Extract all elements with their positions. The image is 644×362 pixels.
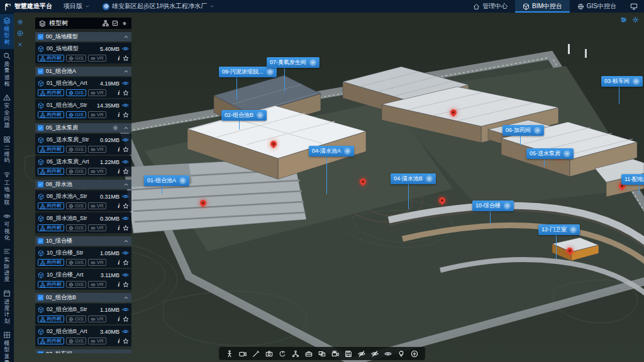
checkbox-checked-icon[interactable]: [38, 34, 43, 40]
visibility-eye-icon[interactable]: [122, 272, 129, 278]
tree-group-header[interactable]: 10_综合楼: [35, 236, 131, 246]
favorite-star-icon[interactable]: [123, 260, 129, 266]
gear-icon[interactable]: [633, 78, 640, 85]
close-icon[interactable]: [17, 41, 23, 48]
favorite-star-icon[interactable]: [123, 316, 129, 322]
save-icon[interactable]: [345, 350, 352, 358]
gis-button[interactable]: GIS: [66, 55, 86, 62]
project-version-dropdown[interactable]: 项目版: [57, 0, 96, 13]
building-label[interactable]: 04-清水池B: [391, 173, 436, 184]
sidebar-item-二维码[interactable]: 二维码: [0, 133, 14, 168]
component-tree-button[interactable]: 构件树: [38, 224, 64, 231]
visibility-eye-icon[interactable]: [122, 193, 129, 200]
chevron-up-icon[interactable]: [123, 295, 129, 300]
gear-icon[interactable]: [534, 127, 541, 134]
tree-item[interactable]: 10_综合楼_Str1.05MB构件树GISVRi: [35, 247, 131, 268]
gis-button[interactable]: GIS: [66, 315, 86, 322]
gear-icon[interactable]: [267, 69, 274, 75]
settings-icon[interactable]: [17, 19, 23, 25]
info-icon[interactable]: i: [116, 203, 121, 209]
sidebar-item-质量巡检[interactable]: 质量巡检: [0, 49, 14, 90]
checkbox-checked-icon[interactable]: [38, 69, 43, 74]
addc-icon[interactable]: [411, 350, 418, 358]
chevron-up-icon[interactable]: [123, 125, 129, 131]
gis-button[interactable]: GIS: [66, 202, 86, 209]
tree-item[interactable]: 02_组合池B_Str1.16MB构件树GISVRi: [35, 304, 131, 324]
component-tree-button[interactable]: 构件树: [38, 111, 64, 118]
component-tree-button[interactable]: 构件树: [38, 55, 64, 62]
gis-button[interactable]: GIS: [66, 111, 86, 118]
gear-icon[interactable]: [179, 177, 186, 184]
info-icon[interactable]: i: [116, 338, 121, 344]
nav-item-管理中心[interactable]: 管理中心: [465, 0, 515, 13]
tree-group-header[interactable]: 01_组合池A: [35, 67, 131, 76]
favorite-star-icon[interactable]: [123, 225, 129, 231]
component-tree-button[interactable]: 构件树: [38, 337, 64, 344]
tree-group-header[interactable]: 00_场地模型: [35, 32, 131, 41]
favorite-star-icon[interactable]: [123, 203, 129, 209]
favorite-star-icon[interactable]: [123, 55, 129, 62]
component-tree-button[interactable]: 构件树: [38, 168, 64, 175]
favorite-star-icon[interactable]: [123, 168, 129, 175]
building-label[interactable]: 01-组合池A: [144, 175, 189, 186]
snapshot-icon[interactable]: [265, 350, 273, 358]
tree-item[interactable]: 10_综合楼_Art3.11MB构件树GISVRi: [35, 269, 131, 290]
visibility-eye-icon[interactable]: [122, 328, 129, 335]
screens-icon[interactable]: [318, 350, 326, 358]
favorite-star-icon[interactable]: [123, 90, 129, 96]
building-label[interactable]: 03-鼓车间: [601, 76, 643, 87]
sidebar-item-模型树[interactable]: 模型树: [0, 14, 14, 49]
add-icon[interactable]: [17, 30, 23, 36]
checkbox-checked-icon[interactable]: [38, 295, 43, 300]
vr-button[interactable]: VR: [88, 168, 106, 175]
nodes-icon[interactable]: [292, 350, 299, 358]
tree-group-header[interactable]: 05_送水泵房: [35, 123, 131, 133]
filmcam-icon[interactable]: [331, 350, 339, 358]
tree-item[interactable]: 01_组合池A_Str14.35MB构件树GISVRi: [35, 99, 131, 120]
building-label[interactable]: 12-门卫室: [538, 224, 580, 235]
tree-item[interactable]: 05_送水泵房_Str0.92MB构件树GISVRi: [35, 134, 131, 155]
gis-button[interactable]: GIS: [66, 168, 86, 175]
favorite-star-icon[interactable]: [123, 146, 129, 153]
vr-button[interactable]: VR: [88, 202, 106, 209]
info-icon[interactable]: i: [116, 316, 121, 322]
project-selector-dropdown[interactable]: 雄安新区起步区1#供水工程净水厂: [96, 0, 221, 13]
vr-button[interactable]: VR: [88, 337, 106, 344]
tree-item[interactable]: 00_场地模型5.40MB构件树GISVRi: [35, 43, 131, 63]
sidebar-item-工地物联[interactable]: 工地物联: [0, 168, 14, 209]
info-icon[interactable]: i: [116, 90, 121, 96]
info-icon[interactable]: i: [116, 168, 121, 175]
sitemap-icon[interactable]: [103, 20, 109, 26]
sidebar-item-模型算量[interactable]: 模型算量: [0, 328, 14, 362]
chevron-up-icon[interactable]: [123, 238, 129, 244]
vr-button[interactable]: VR: [88, 89, 106, 96]
building-label[interactable]: 04-清水池A: [309, 146, 354, 156]
chevron-up-icon[interactable]: [123, 351, 129, 353]
building-label[interactable]: 06-加药间: [502, 125, 544, 136]
info-icon[interactable]: i: [116, 146, 121, 153]
sidebar-item-进度计划[interactable]: 进度计划: [0, 287, 14, 328]
component-tree-button[interactable]: 构件树: [38, 281, 64, 288]
checkbox-checked-icon[interactable]: [38, 182, 43, 187]
eyeoff-icon[interactable]: [358, 350, 365, 358]
chevron-up-icon[interactable]: [123, 182, 129, 187]
chevron-up-icon[interactable]: [123, 69, 129, 74]
building-label[interactable]: 10-综合楼: [472, 200, 514, 211]
favorite-star-icon[interactable]: [123, 112, 129, 118]
walk-icon[interactable]: [226, 350, 233, 358]
visibility-eye-icon[interactable]: [122, 80, 129, 87]
component-tree-button[interactable]: 构件树: [38, 202, 64, 209]
scene-settings-icon[interactable]: [632, 16, 639, 23]
building-label[interactable]: 11-配电间: [621, 174, 644, 185]
tree-item[interactable]: 08_排水池B_Str0.30MB构件树GISVRi: [35, 212, 131, 233]
gear-icon[interactable]: [570, 226, 577, 233]
chevron-up-icon[interactable]: [123, 34, 129, 40]
checkbox-checked-icon[interactable]: [38, 238, 43, 244]
toolbox-icon[interactable]: [305, 350, 313, 358]
component-tree-button[interactable]: 构件树: [38, 315, 64, 322]
sidebar-item-安全问题[interactable]: 安全问题: [0, 90, 14, 132]
visibility-eye-icon[interactable]: [122, 215, 129, 222]
info-icon[interactable]: i: [116, 282, 121, 288]
building-label[interactable]: 07-臭氧发生间: [267, 57, 319, 68]
nav-item-BIM中控台[interactable]: BIM中控台: [515, 0, 570, 13]
